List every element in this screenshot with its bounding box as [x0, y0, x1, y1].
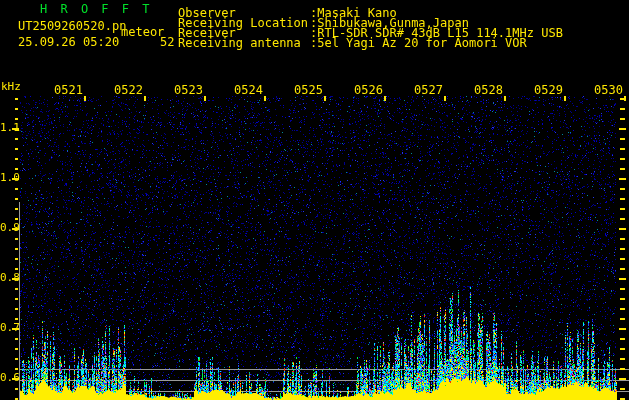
spectrogram-canvas — [0, 0, 629, 400]
hrofft-screen: H R O F F T UT2509260520.pn meteor 25.09… — [0, 0, 629, 400]
freq-tick-label: 0.7 — [0, 321, 19, 334]
freq-tick-label: 0.9 — [0, 221, 19, 234]
time-tick-label: 0529 — [534, 84, 563, 97]
freq-tick-label: 0.8 — [0, 271, 19, 284]
echo-count: 52 — [160, 36, 174, 49]
time-tick-label: 0524 — [234, 84, 263, 97]
freq-axis-unit: kHz — [1, 80, 21, 93]
time-tick-label: 0527 — [414, 84, 443, 97]
time-tick-label: 0525 — [294, 84, 323, 97]
time-tick-label: 0526 — [354, 84, 383, 97]
info-label: Receiving antenna — [178, 37, 301, 50]
freq-tick-label: 1.1 — [0, 121, 19, 134]
time-tick-label: 0521 — [54, 84, 83, 97]
freq-tick-label: 1.0 — [0, 171, 19, 184]
datetime-text: 25.09.26 05:20 — [18, 36, 119, 49]
time-tick-label: 0528 — [474, 84, 503, 97]
info-value: :5el Yagi Az 20 for Aomori VOR — [310, 37, 527, 50]
time-tick-label: 0523 — [174, 84, 203, 97]
app-title: H R O F F T — [40, 2, 152, 16]
time-tick-label: 0530 — [594, 84, 623, 97]
time-tick-label: 0522 — [114, 84, 143, 97]
freq-tick-label: 0.6 — [0, 371, 19, 384]
station-name: meteor — [121, 26, 164, 39]
filename-text: UT2509260520.pn — [18, 20, 126, 33]
